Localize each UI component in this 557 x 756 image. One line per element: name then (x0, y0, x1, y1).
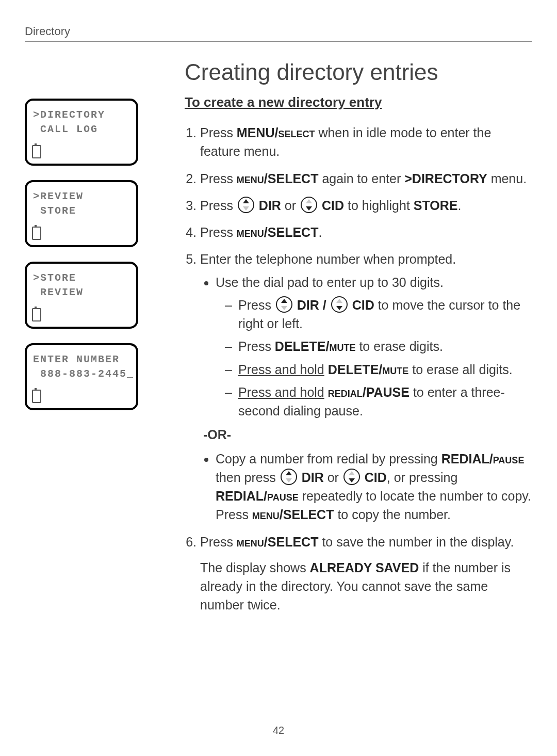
text: DELETE/ (275, 339, 330, 353)
text: to save the number in the display. (318, 535, 514, 549)
text: DELETE/ (328, 362, 383, 377)
text: select (278, 125, 315, 140)
page-subtitle: To create a new directory entry (185, 94, 532, 110)
text: mute (382, 362, 408, 377)
text: Press (200, 125, 237, 140)
step-5-bullet-redial: Copy a number from redial by pressing RE… (216, 449, 532, 524)
text: or (324, 470, 342, 485)
text: to erase all digits. (408, 362, 513, 377)
text: or (281, 198, 300, 213)
text: menu. (487, 171, 527, 186)
page-title: Creating directory entries (185, 59, 532, 85)
lcd-line: STORE (33, 204, 130, 218)
text: MENU/ (237, 125, 278, 140)
text: >DIRECTORY (404, 171, 487, 186)
text: to copy the number. (334, 507, 451, 522)
text: CID (349, 298, 374, 312)
step-5-sub-delete-all: Press and hold DELETE/mute to erase all … (238, 360, 532, 379)
section-header: Directory (25, 25, 532, 42)
text: menu (237, 171, 264, 186)
step-1: Press MENU/select when in idle mode to e… (200, 123, 532, 161)
or-separator: -OR- (203, 425, 532, 444)
text: Press (200, 225, 237, 239)
manual-page: Directory >DIRECTORY CALL LOG >REVIEW ST… (0, 0, 557, 756)
text: STORE (414, 198, 458, 213)
text: . (318, 225, 322, 239)
step-list: Press MENU/select when in idle mode to e… (185, 123, 532, 615)
step-5: Enter the telephone number when prompted… (200, 250, 532, 524)
text: DIR / (293, 298, 330, 312)
text: pause (493, 452, 525, 466)
text: Press (200, 535, 237, 549)
text: CID (361, 470, 387, 485)
lcd-panel-directory: >DIRECTORY CALL LOG (25, 99, 138, 166)
text: REDIAL/ (216, 489, 267, 503)
text: Press (238, 339, 275, 353)
text: menu (237, 225, 264, 239)
step-5-bullet-dialpad: Use the dial pad to enter up to 30 digit… (216, 273, 532, 421)
text: /SELECT (264, 225, 319, 239)
lcd-line: >STORE (33, 271, 130, 285)
text: menu (237, 535, 264, 549)
text: Use the dial pad to enter up to 30 digit… (216, 275, 444, 289)
text: . (457, 198, 461, 213)
lcd-line: ENTER NUMBER (33, 352, 130, 367)
step-6: Press menu/SELECT to save the number in … (200, 533, 532, 615)
text: Enter the telephone number when prompted… (200, 252, 456, 266)
lcd-line: 888-883-2445_ (33, 367, 130, 381)
step-5-sub-pause: Press and hold redial/PAUSE to enter a t… (238, 383, 532, 421)
nav-up-icon (281, 469, 297, 485)
text: DIR (255, 198, 281, 213)
text: /SELECT (264, 171, 319, 186)
nav-up-icon (276, 296, 292, 313)
text: Copy a number from redial by pressing (216, 452, 441, 466)
text: /SELECT (280, 507, 334, 522)
lcd-line: REVIEW (33, 285, 130, 300)
text: Press (200, 198, 237, 213)
step-5-sub-cursor: Press DIR / CID to move the cursor to th… (238, 296, 532, 333)
battery-icon (32, 390, 41, 403)
step-5-sub-delete: Press DELETE/mute to erase digits. (238, 337, 532, 356)
nav-down-icon (301, 197, 317, 213)
text: menu (252, 507, 280, 522)
text: again to enter (318, 171, 404, 186)
lcd-line: >REVIEW (33, 189, 130, 204)
nav-down-icon (331, 296, 348, 313)
text: ALREADY SAVED (310, 560, 419, 575)
battery-icon (32, 227, 41, 240)
lcd-panel-review: >REVIEW STORE (25, 180, 138, 247)
lcd-line: CALL LOG (33, 122, 130, 137)
lcd-line: >DIRECTORY (33, 108, 130, 122)
text: Press (238, 298, 275, 312)
instructions-column: Creating directory entries To create a n… (179, 52, 532, 628)
text: redial (328, 385, 363, 399)
text: mute (329, 339, 355, 353)
text: /PAUSE (363, 385, 409, 399)
lcd-panels: >DIRECTORY CALL LOG >REVIEW STORE >STORE… (25, 99, 179, 410)
nav-up-icon (238, 197, 254, 213)
text: to highlight (344, 198, 414, 213)
text: The display shows (200, 560, 310, 575)
text: DIR (298, 470, 324, 485)
text: , or pressing (387, 470, 458, 485)
text: Press and hold (238, 362, 324, 377)
battery-icon (32, 145, 41, 158)
text (324, 362, 328, 377)
text: Press (200, 171, 237, 186)
step-4: Press menu/SELECT. (200, 223, 532, 242)
nav-down-icon (343, 469, 360, 485)
content-columns: >DIRECTORY CALL LOG >REVIEW STORE >STORE… (25, 52, 532, 628)
text: /SELECT (264, 535, 319, 549)
text: CID (318, 198, 344, 213)
text: REDIAL/ (441, 452, 493, 466)
step-2: Press menu/SELECT again to enter >DIRECT… (200, 169, 532, 188)
text (324, 385, 328, 399)
text: Press and hold (238, 385, 324, 399)
battery-icon (32, 308, 41, 321)
lcd-column: >DIRECTORY CALL LOG >REVIEW STORE >STORE… (25, 52, 179, 628)
step-3: Press DIR or CID to highlight STORE. (200, 196, 532, 215)
lcd-panel-store: >STORE REVIEW (25, 262, 138, 329)
text: to erase digits. (355, 339, 443, 353)
text: pause (267, 489, 299, 503)
page-number: 42 (0, 725, 557, 736)
